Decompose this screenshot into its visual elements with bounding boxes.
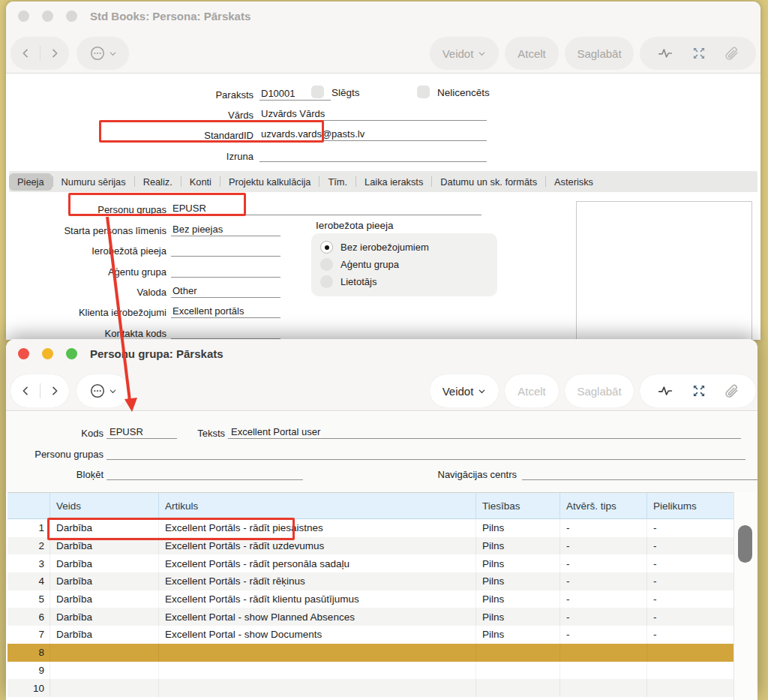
pielikums-cell[interactable] <box>647 644 736 662</box>
veids-cell[interactable]: Darbība <box>50 554 159 572</box>
field-input[interactable]: Other <box>171 285 280 298</box>
artikuls-cell[interactable]: Excellent Portāls - rādīt klientu pasūtī… <box>159 590 476 608</box>
table-row[interactable]: 9 <box>8 662 736 680</box>
veids-cell[interactable] <box>50 644 159 662</box>
minimize-icon[interactable] <box>42 11 53 22</box>
atvers-tips-cell[interactable]: - <box>560 554 647 572</box>
pielikums-cell[interactable]: - <box>647 572 736 590</box>
bloket-input[interactable] <box>106 479 303 480</box>
row-number-cell[interactable]: 10 <box>8 679 50 697</box>
row-number-cell[interactable]: 4 <box>8 572 50 590</box>
tiesibas-cell[interactable]: Pilns <box>476 519 560 537</box>
activity-icon[interactable] <box>657 46 674 61</box>
column-header-pielikums[interactable]: Pielikums <box>647 493 736 518</box>
tab-numuru-s-rijas[interactable]: Numuru sērijas <box>53 173 134 191</box>
navigacijas-centrs-input[interactable] <box>522 479 758 480</box>
expand-icon[interactable] <box>692 383 706 398</box>
operations-menu-button[interactable] <box>76 374 129 407</box>
atvers-tips-cell[interactable]: - <box>560 537 647 555</box>
table-row[interactable]: 3DarbībaExcellent Portāls - rādīt person… <box>8 554 736 572</box>
artikuls-cell[interactable] <box>159 679 476 697</box>
row-number-cell[interactable]: 6 <box>8 608 50 626</box>
table-row[interactable]: 6DarbībaExcellent Portal - show Planned … <box>8 608 736 626</box>
pielikums-cell[interactable]: - <box>647 554 736 572</box>
pielikums-cell[interactable]: - <box>647 537 736 555</box>
paperclip-icon[interactable] <box>724 383 739 398</box>
veids-cell[interactable]: Darbība <box>50 572 159 590</box>
back-button[interactable] <box>11 385 40 397</box>
row-number-cell[interactable]: 3 <box>8 554 50 572</box>
artikuls-cell[interactable]: Excellent Portāls - rādīt rēķinus <box>159 572 476 590</box>
close-icon[interactable] <box>18 11 29 22</box>
vards-input[interactable]: Uzvārds Vārds <box>260 108 487 121</box>
comment-box[interactable] <box>576 201 752 340</box>
saglabat-button[interactable]: Saglabāt <box>565 374 634 407</box>
artikuls-cell[interactable]: Excellent Portal - show Planned Absences <box>159 608 476 626</box>
pielikums-cell[interactable]: - <box>647 519 736 537</box>
pielikums-cell[interactable]: - <box>647 590 736 608</box>
atvers-tips-cell[interactable]: - <box>560 519 647 537</box>
personu-grupas-input[interactable] <box>106 458 746 460</box>
atvers-tips-cell[interactable]: - <box>560 626 647 644</box>
tab-konti[interactable]: Konti <box>182 173 220 191</box>
atvers-tips-cell[interactable] <box>560 644 647 662</box>
table-row[interactable]: 5DarbībaExcellent Portāls - rādīt klient… <box>8 590 736 608</box>
veids-cell[interactable] <box>50 679 159 697</box>
field-input[interactable]: Excellent portāls <box>171 305 280 318</box>
atvers-tips-cell[interactable] <box>560 679 647 697</box>
tiesibas-cell[interactable]: Pilns <box>476 608 560 626</box>
column-header-ties-bas[interactable]: Tiesības <box>476 493 560 518</box>
artikuls-cell[interactable] <box>159 644 476 662</box>
pielikums-cell[interactable] <box>647 679 736 697</box>
tab-datumu-un-sk-form-ts[interactable]: Datumu un sk. formāts <box>432 173 545 191</box>
activity-icon[interactable] <box>657 383 674 398</box>
table-row[interactable]: 8 <box>8 644 736 662</box>
zoom-icon[interactable] <box>66 11 77 22</box>
row-number-cell[interactable]: 8 <box>8 644 50 662</box>
table-row[interactable]: 10 <box>8 679 736 697</box>
tab-pieeja[interactable]: Pieeja <box>9 173 52 191</box>
tiesibas-cell[interactable] <box>476 644 560 662</box>
tab-asterisks[interactable]: Asterisks <box>546 173 602 191</box>
expand-icon[interactable] <box>692 46 706 61</box>
radio-option[interactable]: Bez ierobežojumiem <box>320 239 497 256</box>
slegts-checkbox[interactable] <box>311 86 324 98</box>
veids-cell[interactable]: Darbība <box>50 590 159 608</box>
tab-t-m-[interactable]: Tīm. <box>320 173 356 191</box>
teksts-input[interactable]: Excellent Portal user <box>228 426 741 439</box>
nelicencets-checkbox[interactable] <box>417 86 430 98</box>
scrollbar-thumb[interactable] <box>738 525 752 563</box>
pielikums-cell[interactable]: - <box>647 626 736 644</box>
veids-cell[interactable]: Darbība <box>50 608 159 626</box>
veidot-button[interactable]: Veidot <box>430 374 499 407</box>
forward-button[interactable] <box>40 385 69 397</box>
paperclip-icon[interactable] <box>724 46 739 61</box>
zoom-icon[interactable] <box>66 348 77 359</box>
atvers-tips-cell[interactable]: - <box>560 572 647 590</box>
kods-input[interactable]: EPUSR <box>106 426 177 439</box>
back-button[interactable] <box>11 47 40 59</box>
tiesibas-cell[interactable]: Pilns <box>476 554 560 572</box>
artikuls-cell[interactable] <box>159 662 476 680</box>
veidot-button[interactable]: Veidot <box>430 37 499 70</box>
tiesibas-cell[interactable]: Pilns <box>476 572 560 590</box>
pielikums-cell[interactable] <box>647 662 736 680</box>
artikuls-cell[interactable]: Excellent Portal - show Documents <box>159 626 476 644</box>
table-row[interactable]: 4DarbībaExcellent Portāls - rādīt rēķinu… <box>8 572 736 590</box>
operations-menu-button[interactable] <box>76 37 129 70</box>
row-number-cell[interactable]: 7 <box>8 626 50 644</box>
tiesibas-cell[interactable]: Pilns <box>476 537 560 555</box>
saglabat-button[interactable]: Saglabāt <box>565 37 634 70</box>
atvers-tips-cell[interactable] <box>560 662 647 680</box>
close-icon[interactable] <box>18 348 29 359</box>
radio-option[interactable]: Lietotājs <box>320 273 497 290</box>
radio-unselected-icon[interactable] <box>320 258 333 271</box>
minimize-icon[interactable] <box>42 348 53 359</box>
artikuls-cell[interactable]: Excellent Portāls - rādīt personāla sada… <box>159 554 476 572</box>
tiesibas-cell[interactable]: Pilns <box>476 590 560 608</box>
field-input[interactable] <box>171 255 280 257</box>
tiesibas-cell[interactable] <box>476 662 560 680</box>
atcelt-button[interactable]: Atcelt <box>505 37 559 70</box>
table-row[interactable]: 7DarbībaExcellent Portal - show Document… <box>8 626 736 644</box>
scrollbar-track[interactable] <box>734 492 756 700</box>
